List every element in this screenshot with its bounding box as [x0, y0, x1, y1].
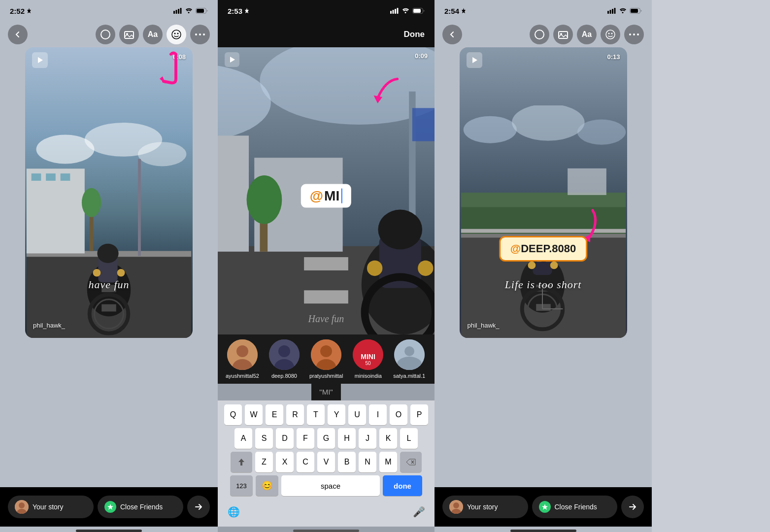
mention-tag-mid[interactable]: @ MI: [301, 184, 351, 207]
sticker-icon-btn-r[interactable]: [601, 25, 620, 44]
svg-marker-140: [542, 504, 548, 510]
key-f[interactable]: F: [297, 428, 314, 449]
svg-point-98: [606, 30, 615, 39]
svg-point-36: [93, 268, 101, 276]
back-button-left[interactable]: [8, 25, 28, 44]
circle-icon-btn-r[interactable]: [530, 25, 549, 44]
svg-point-7: [101, 30, 110, 39]
key-w[interactable]: W: [245, 404, 263, 425]
key-u[interactable]: U: [348, 404, 366, 425]
suggestion-satya[interactable]: satya.mittal.1: [393, 339, 425, 379]
svg-point-37: [117, 268, 125, 276]
key-y[interactable]: Y: [328, 404, 345, 425]
text-icon-btn[interactable]: Aa: [143, 25, 163, 44]
key-123[interactable]: 123: [230, 475, 253, 496]
home-indicator-right: [510, 530, 576, 532]
status-icons-right: [607, 8, 642, 14]
keyboard-extra-row: 🌐 🎤: [220, 499, 433, 525]
toolbar-icons-right: Aa: [530, 25, 644, 44]
close-friends-btn-right[interactable]: Close Friends: [532, 496, 618, 518]
toolbar-left: Aa: [0, 22, 218, 47]
globe-icon[interactable]: 🌐: [224, 502, 243, 522]
svg-rect-45: [390, 11, 392, 14]
key-x[interactable]: X: [276, 452, 294, 472]
send-btn-left[interactable]: [187, 496, 210, 518]
done-button-mid[interactable]: Done: [402, 26, 427, 43]
svg-rect-32: [138, 159, 141, 256]
keyboard: Q W E R T Y U I O P A S D F G H J K L: [218, 400, 435, 527]
svg-point-74: [236, 345, 248, 357]
svg-rect-47: [395, 9, 396, 14]
toolbar-right: Aa: [435, 22, 652, 47]
key-h[interactable]: H: [338, 428, 356, 449]
svg-marker-40: [38, 57, 43, 63]
key-space[interactable]: space: [281, 475, 380, 496]
svg-point-105: [512, 105, 585, 141]
svg-rect-90: [612, 9, 613, 14]
pink-arrow-left: [149, 49, 178, 91]
story-avatar-left: [15, 500, 29, 514]
svg-rect-58: [304, 290, 348, 303]
key-l[interactable]: L: [400, 428, 418, 449]
key-o[interactable]: O: [390, 404, 407, 425]
your-story-btn-left[interactable]: Your story: [8, 496, 94, 518]
text-icon-btn-r[interactable]: Aa: [577, 25, 597, 44]
mic-icon[interactable]: 🎤: [409, 502, 429, 522]
key-a[interactable]: A: [234, 428, 252, 449]
key-j[interactable]: J: [359, 428, 376, 449]
svg-rect-96: [559, 32, 568, 38]
more-icon-btn[interactable]: [190, 25, 210, 44]
story-play-mid: [225, 52, 239, 67]
sticker-icon-btn[interactable]: [167, 25, 186, 44]
svg-rect-62: [412, 108, 435, 141]
back-button-right[interactable]: [442, 25, 462, 44]
toolbar-icons-left: Aa: [96, 25, 210, 44]
suggestion-ayushmittal[interactable]: ayushmittal52: [226, 339, 259, 379]
key-q[interactable]: Q: [224, 404, 242, 425]
key-emoji[interactable]: 😊: [256, 475, 278, 496]
key-s[interactable]: S: [255, 428, 273, 449]
svg-marker-71: [230, 57, 235, 63]
suggestion-deep8080[interactable]: deep.8080: [269, 339, 300, 379]
your-story-btn-right[interactable]: Your story: [442, 496, 528, 518]
close-friends-btn-left[interactable]: Close Friends: [98, 496, 183, 518]
suggestion-pratyush[interactable]: pratyushmittal: [309, 339, 343, 379]
keyboard-bottom-row: 123 😊 space done: [220, 475, 433, 496]
more-icon-btn-r[interactable]: [624, 25, 644, 44]
svg-point-14: [199, 33, 201, 35]
key-shift[interactable]: [231, 452, 252, 472]
key-v[interactable]: V: [317, 452, 335, 472]
key-g[interactable]: G: [317, 428, 335, 449]
key-p[interactable]: P: [410, 404, 428, 425]
key-delete[interactable]: [400, 452, 422, 472]
story-card-mid: 0:09 Have fun @ MI: [218, 47, 435, 334]
story-text-mid: Have fun: [218, 313, 435, 325]
key-k[interactable]: K: [379, 428, 397, 449]
key-i[interactable]: I: [369, 404, 387, 425]
key-done[interactable]: done: [383, 475, 422, 496]
mention-tag-right[interactable]: @DEEP.8080: [499, 236, 588, 262]
send-btn-right[interactable]: [621, 496, 644, 518]
story-play-right: [467, 52, 482, 68]
suggestion-miniso[interactable]: MINI50 minisoindia: [353, 339, 383, 379]
key-b[interactable]: B: [338, 452, 356, 472]
key-z[interactable]: Z: [255, 452, 273, 472]
svg-rect-51: [413, 9, 421, 13]
svg-rect-91: [614, 8, 616, 14]
key-d[interactable]: D: [276, 428, 294, 449]
gallery-icon-btn[interactable]: [119, 25, 139, 44]
right-panel: 2:54 Aa: [435, 0, 652, 532]
key-r[interactable]: R: [286, 404, 304, 425]
key-m[interactable]: M: [379, 452, 397, 472]
circle-icon-btn[interactable]: [96, 25, 115, 44]
key-t[interactable]: T: [307, 404, 325, 425]
keyboard-row2: A S D F G H J K L: [220, 428, 433, 449]
svg-rect-48: [397, 8, 399, 14]
gallery-icon-btn-r[interactable]: [553, 25, 573, 44]
key-n[interactable]: N: [359, 452, 376, 472]
svg-point-42: [19, 502, 25, 508]
svg-point-138: [453, 502, 459, 508]
status-icons-mid: [390, 8, 425, 14]
key-e[interactable]: E: [266, 404, 283, 425]
key-c[interactable]: C: [297, 452, 314, 472]
